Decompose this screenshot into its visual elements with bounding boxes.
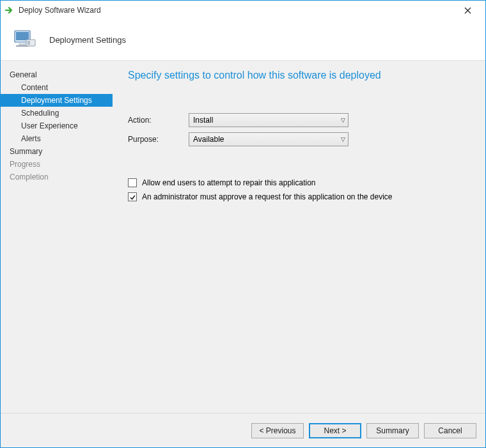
purpose-value: Available (193, 135, 224, 144)
header-band: Deployment Settings (1, 20, 485, 61)
checkbox-unchecked-icon (128, 178, 137, 187)
sidebar-item-scheduling[interactable]: Scheduling (1, 107, 113, 120)
body: General Content Deployment Settings Sche… (1, 61, 485, 413)
sidebar-item-content[interactable]: Content (1, 81, 113, 94)
checkbox-checked-icon (128, 192, 137, 201)
svg-rect-1 (16, 32, 29, 40)
sidebar-item-progress: Progress (1, 158, 113, 171)
sidebar-item-alerts[interactable]: Alerts (1, 132, 113, 145)
purpose-row: Purpose: Available ▽ (128, 132, 470, 146)
allow-repair-checkbox-row[interactable]: Allow end users to attempt to repair thi… (128, 178, 470, 187)
sidebar-item-deployment-settings[interactable]: Deployment Settings (1, 94, 113, 107)
next-button[interactable]: Next > (309, 423, 361, 438)
cancel-button[interactable]: Cancel (424, 423, 476, 438)
content-heading: Specify settings to control how this sof… (128, 70, 470, 81)
checkbox-group: Allow end users to attempt to repair thi… (128, 178, 470, 201)
admin-approve-checkbox-row[interactable]: An administrator must approve a request … (128, 192, 470, 201)
header-heading: Deployment Settings (49, 35, 126, 45)
footer: < Previous Next > Summary Cancel (1, 413, 485, 447)
purpose-label: Purpose: (128, 135, 189, 144)
action-row: Action: Install ▽ (128, 113, 470, 127)
content-panel: Specify settings to control how this sof… (113, 61, 485, 413)
chevron-down-icon: ▽ (341, 136, 345, 143)
purpose-dropdown[interactable]: Available ▽ (189, 132, 349, 146)
close-icon (464, 7, 471, 14)
previous-button[interactable]: < Previous (251, 423, 304, 438)
sidebar-item-user-experience[interactable]: User Experience (1, 120, 113, 132)
svg-rect-5 (27, 41, 30, 45)
sidebar-item-summary[interactable]: Summary (1, 145, 113, 158)
sidebar: General Content Deployment Settings Sche… (1, 61, 113, 413)
svg-rect-2 (19, 43, 26, 45)
wizard-computer-icon (11, 27, 38, 54)
titlebar: Deploy Software Wizard (1, 1, 485, 20)
action-value: Install (193, 116, 213, 125)
chevron-down-icon: ▽ (341, 117, 345, 123)
close-button[interactable] (455, 1, 480, 19)
sidebar-item-general[interactable]: General (1, 68, 113, 81)
window-title: Deploy Software Wizard (19, 6, 455, 15)
summary-button[interactable]: Summary (366, 423, 419, 438)
allow-repair-label: Allow end users to attempt to repair thi… (142, 178, 315, 187)
admin-approve-label: An administrator must approve a request … (142, 192, 393, 201)
action-label: Action: (128, 116, 189, 125)
sidebar-item-completion: Completion (1, 171, 113, 183)
action-dropdown[interactable]: Install ▽ (189, 113, 349, 127)
app-arrow-icon (4, 5, 15, 15)
